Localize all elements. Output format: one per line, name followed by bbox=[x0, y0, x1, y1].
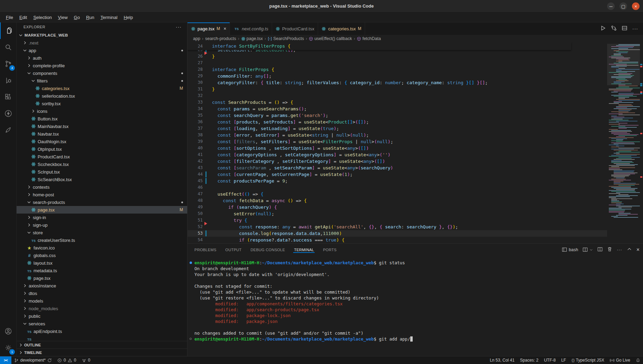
tree-item-icons[interactable]: icons bbox=[17, 107, 187, 115]
maximize-button[interactable]: ▢ bbox=[620, 2, 627, 10]
tree-item-button.tsx[interactable]: Button.tsx bbox=[17, 115, 187, 122]
command-decoration-icon[interactable] bbox=[190, 338, 192, 340]
kill-terminal-button[interactable] bbox=[607, 247, 612, 253]
tree-item-contexts[interactable]: contexts bbox=[17, 183, 187, 191]
indentation[interactable]: Spaces: 2 bbox=[517, 356, 541, 364]
problems-status[interactable]: 00 bbox=[55, 356, 79, 364]
tree-item-sortby.tsx[interactable]: sortby.tsx bbox=[17, 100, 187, 107]
panel-tab-debug-console[interactable]: DEBUG CONSOLE bbox=[250, 245, 286, 255]
run-button[interactable] bbox=[600, 25, 606, 32]
panel-tab-terminal[interactable]: TERMINAL bbox=[293, 245, 315, 255]
tree-item-.next[interactable]: .next bbox=[17, 39, 187, 47]
tree-item-complete-profile[interactable]: complete-profile bbox=[17, 62, 187, 69]
tree-item-dtos[interactable]: dtos bbox=[17, 289, 187, 297]
run-debug-icon[interactable] bbox=[0, 72, 16, 89]
menu-view[interactable]: View bbox=[55, 14, 71, 21]
close-button[interactable]: × bbox=[632, 2, 640, 10]
go-live[interactable]: Go Live bbox=[607, 356, 633, 364]
cursor-position[interactable]: Ln 53, Col 41 bbox=[487, 356, 517, 364]
tree-item-navbar.tsx[interactable]: Navbar.tsx bbox=[17, 130, 187, 138]
tree-item-axiosinstance[interactable]: axiosInstance bbox=[17, 282, 187, 289]
explorer-more-actions[interactable]: ··· bbox=[176, 24, 182, 30]
tree-item-filters[interactable]: filters bbox=[17, 77, 187, 85]
tree-item-layout.tsx[interactable]: layout.tsx bbox=[17, 259, 187, 267]
tree-item-services[interactable]: services bbox=[17, 320, 187, 327]
search-icon[interactable] bbox=[0, 39, 16, 56]
tree-item-components[interactable]: components bbox=[17, 69, 187, 77]
menu-help[interactable]: Help bbox=[121, 14, 136, 21]
tree-item-public[interactable]: public bbox=[17, 312, 187, 320]
source-control-icon[interactable]: 4 bbox=[0, 56, 16, 72]
minimap[interactable] bbox=[607, 42, 640, 243]
tree-item-auth[interactable]: auth bbox=[17, 54, 187, 62]
notifications[interactable] bbox=[633, 356, 643, 364]
command-decoration-icon[interactable] bbox=[190, 262, 192, 264]
panel-tab-output[interactable]: OUTPUT bbox=[225, 245, 242, 255]
tree-item-page.tsx[interactable]: page.tsx bbox=[17, 274, 187, 282]
tree-item-sign-up[interactable]: sign-up bbox=[17, 221, 187, 229]
tree-item-apiendpoint.ts[interactable]: TSapiEndpoint.ts bbox=[17, 327, 187, 335]
close-tab-icon[interactable]: × bbox=[223, 26, 226, 31]
sidebar-section-timeline[interactable]: TIMELINE bbox=[17, 348, 187, 356]
panel-tab-ports[interactable]: PORTS bbox=[322, 245, 337, 255]
tree-item-clipped[interactable]: TS bbox=[17, 335, 187, 341]
tree-item-store[interactable]: store bbox=[17, 229, 187, 236]
tree-item-oauthlogin.tsx[interactable]: Oauthlogin.tsx bbox=[17, 138, 187, 145]
panel-tab-problems[interactable]: PROBLEMS bbox=[194, 245, 217, 255]
maximize-panel-button[interactable] bbox=[627, 247, 632, 253]
breadcrumb-item-searchproducts[interactable]: SearchProducts bbox=[268, 36, 304, 41]
menu-edit[interactable]: Edit bbox=[16, 14, 30, 21]
terminal-tab-bash[interactable]: bash bbox=[562, 247, 578, 252]
tree-item-search-products[interactable]: search-products bbox=[17, 198, 187, 206]
editor-more-actions[interactable]: ··· bbox=[632, 26, 638, 31]
explorer-icon[interactable] bbox=[0, 22, 16, 39]
tree-item-otpinput.tsx[interactable]: OtpInput.tsx bbox=[17, 145, 187, 153]
tree-item-app[interactable]: app bbox=[17, 47, 187, 54]
tree-item-sign-in[interactable]: sign-in bbox=[17, 214, 187, 221]
branch-status[interactable]: development* bbox=[11, 356, 55, 364]
tree-item-mainnavbar.tsx[interactable]: MainNavbar.tsx bbox=[17, 122, 187, 130]
breadcrumb-item-fetchdata[interactable]: fetchData bbox=[357, 36, 381, 41]
thunder-client-icon[interactable] bbox=[0, 105, 16, 122]
code-editor[interactable]: 25 selectedSort: selectedSort[];26}2728i… bbox=[188, 42, 643, 243]
menu-run[interactable]: Run bbox=[83, 14, 97, 21]
encoding[interactable]: UTF-8 bbox=[541, 356, 558, 364]
terminal[interactable]: enspirit@enspirit-H110M-H:~/Documents/ma… bbox=[188, 256, 643, 356]
tree-item-productcard.tsx[interactable]: ProductCard.tsx bbox=[17, 153, 187, 160]
menu-go[interactable]: Go bbox=[71, 14, 83, 21]
language-mode[interactable]: { }TypeScript JSX bbox=[569, 356, 607, 364]
close-panel-button[interactable]: × bbox=[636, 247, 640, 253]
tab-productcard.tsx[interactable]: ProductCard.tsx bbox=[272, 22, 318, 35]
minimize-button[interactable]: ─ bbox=[607, 2, 615, 10]
tree-item-node-modules[interactable]: node_modules bbox=[17, 305, 187, 312]
tree-item-sellerlocation.tsx[interactable]: sellerlocation.tsx bbox=[17, 92, 187, 100]
tab-page.tsx[interactable]: page.tsxM× bbox=[188, 22, 230, 35]
radio-status[interactable]: 0 bbox=[79, 356, 93, 364]
tree-item-favicon.ico[interactable]: ★favicon.ico bbox=[17, 244, 187, 252]
split-editor-button[interactable] bbox=[622, 25, 627, 32]
extensions-icon[interactable] bbox=[0, 89, 16, 105]
tree-item-scinput.tsx[interactable]: ScInput.tsx bbox=[17, 168, 187, 176]
panel-more-actions[interactable]: ··· bbox=[617, 247, 622, 252]
eol[interactable]: LF bbox=[558, 356, 569, 364]
tree-item-createuserstore.ts[interactable]: TScreateUserStore.ts bbox=[17, 236, 187, 244]
remote-indicator[interactable]: >< bbox=[0, 356, 11, 364]
open-changes-icon[interactable] bbox=[611, 25, 617, 32]
tab-categories.tsx[interactable]: categories.tsxM bbox=[318, 22, 365, 35]
menu-selection[interactable]: Selection bbox=[30, 14, 55, 21]
tree-item-page.tsx[interactable]: page.tsxM bbox=[17, 206, 187, 214]
tree-item-sccheckbox.tsx[interactable]: Sccheckbox.tsx bbox=[17, 160, 187, 168]
tree-item-scsearchbox.tsx[interactable]: ScSearchBox.tsx bbox=[17, 176, 187, 183]
tab-next.config.ts[interactable]: TSnext.config.ts bbox=[230, 22, 272, 35]
split-terminal-button[interactable] bbox=[597, 247, 603, 253]
breadcrumb-item-useeffect-callback[interactable]: useEffect() callback bbox=[309, 36, 352, 41]
menu-terminal[interactable]: Terminal bbox=[97, 14, 121, 21]
tree-item-categories.tsx[interactable]: categories.tsxM bbox=[17, 85, 187, 92]
sidebar-section-outline[interactable]: OUTLINE bbox=[17, 341, 187, 348]
tree-item-home-post[interactable]: home-post bbox=[17, 191, 187, 198]
quill-extension-icon[interactable] bbox=[0, 122, 16, 138]
breadcrumb-item-app[interactable]: app bbox=[193, 36, 200, 41]
breadcrumb-item-search-products[interactable]: search-products bbox=[205, 36, 236, 41]
tree-item-metadata.ts[interactable]: TSmetadata.ts bbox=[17, 267, 187, 274]
menu-file[interactable]: File bbox=[3, 14, 16, 21]
